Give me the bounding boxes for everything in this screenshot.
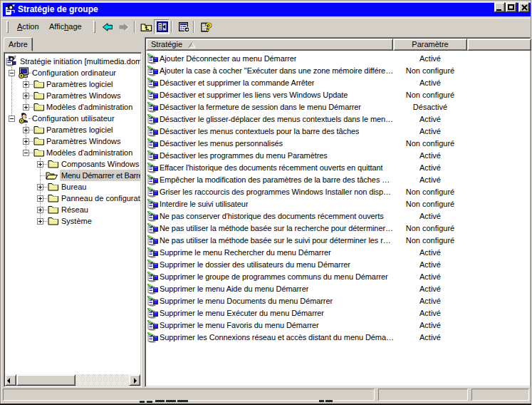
- svg-text:?: ?: [204, 21, 212, 33]
